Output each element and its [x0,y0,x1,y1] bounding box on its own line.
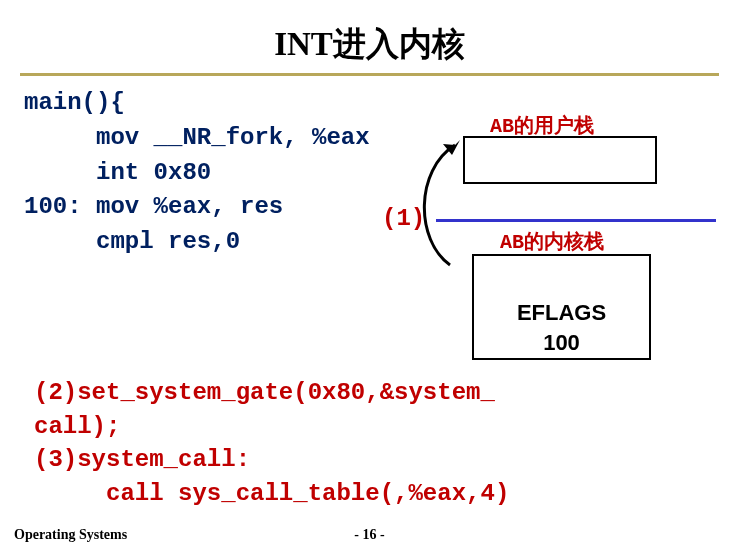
code-line: call); [34,413,120,440]
code-line: mov __NR_fork, %eax [24,124,370,151]
value-100-cell: 100 [472,328,651,360]
marker-1: (1) [382,205,425,232]
code-line: (2)set_system_gate(0x80,&system_ [34,379,495,406]
code-block-red: (2)set_system_gate(0x80,&system_ call); … [34,376,509,510]
code-line: (3)system_call: [34,446,250,473]
kernel-stack-label: AB的内核栈 [500,228,604,255]
user-stack-box [463,136,657,184]
footer-page-number: - 16 - [0,527,739,543]
kernel-stack-box [472,254,651,302]
code-line: 100: mov %eax, res [24,193,283,220]
slide: INT进入内核 main(){ mov __NR_fork, %eax int … [0,0,739,555]
svg-marker-0 [443,140,460,155]
code-line: cmpl res,0 [24,228,240,255]
code-block-main: main(){ mov __NR_fork, %eax int 0x80 100… [24,86,370,260]
code-line: int 0x80 [24,159,211,186]
user-stack-label: AB的用户栈 [490,112,594,139]
eflags-cell: EFLAGS [472,298,651,330]
slide-title: INT进入内核 [0,0,739,67]
code-line: call sys_call_table(,%eax,4) [34,480,509,507]
divider-line [436,219,716,222]
code-line: main(){ [24,89,125,116]
title-underline [20,73,719,76]
